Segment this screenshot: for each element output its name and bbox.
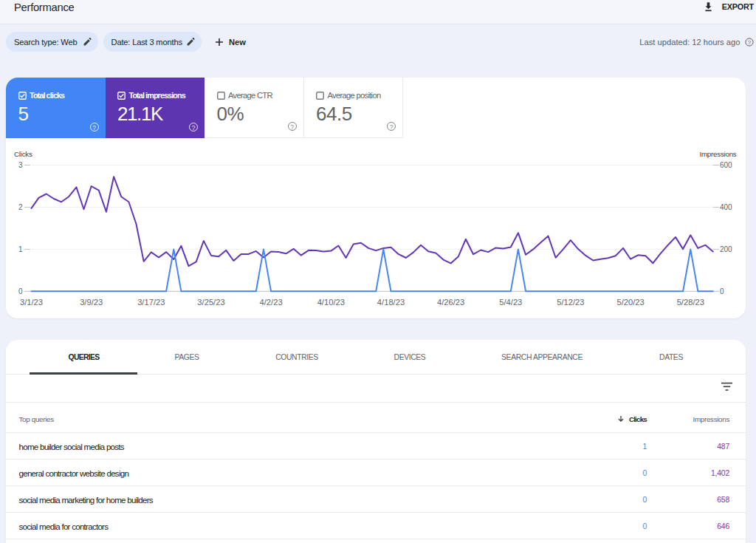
svg-text:3/1/23: 3/1/23	[20, 298, 43, 307]
svg-text:3: 3	[18, 161, 23, 169]
svg-text:3/17/23: 3/17/23	[137, 298, 165, 307]
svg-text:0: 0	[720, 287, 724, 296]
svg-text:4/18/23: 4/18/23	[377, 298, 405, 307]
svg-text:4/2/23: 4/2/23	[260, 298, 283, 307]
svg-text:0: 0	[18, 287, 23, 296]
svg-text:5/20/23: 5/20/23	[616, 298, 644, 307]
svg-text:3/25/23: 3/25/23	[197, 298, 224, 307]
svg-text:5/28/23: 5/28/23	[677, 298, 704, 307]
svg-text:2: 2	[18, 203, 23, 211]
svg-text:Impressions: Impressions	[699, 150, 736, 158]
svg-text:?: ?	[747, 39, 751, 46]
svg-text:5/12/23: 5/12/23	[557, 298, 584, 307]
svg-text:Clicks: Clicks	[14, 150, 32, 158]
svg-text:4/10/23: 4/10/23	[317, 298, 345, 307]
svg-text:400: 400	[720, 203, 732, 211]
svg-text:3/9/23: 3/9/23	[80, 298, 103, 307]
svg-text:1: 1	[18, 245, 23, 253]
svg-text:4/26/23: 4/26/23	[437, 298, 464, 307]
svg-text:5/4/23: 5/4/23	[499, 298, 522, 307]
svg-text:200: 200	[720, 245, 732, 253]
svg-text:600: 600	[720, 161, 732, 169]
